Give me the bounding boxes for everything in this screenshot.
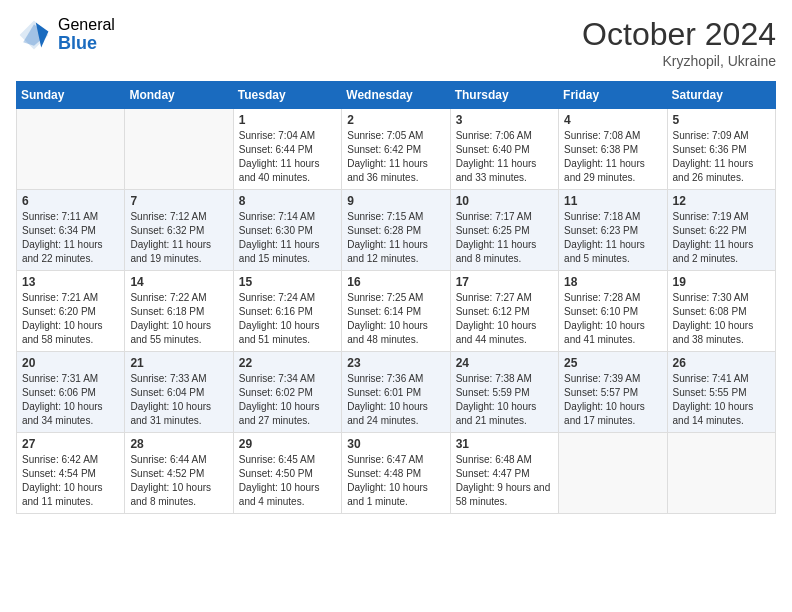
- calendar-cell: 29Sunrise: 6:45 AM Sunset: 4:50 PM Dayli…: [233, 433, 341, 514]
- day-info: Sunrise: 7:15 AM Sunset: 6:28 PM Dayligh…: [347, 210, 444, 266]
- day-number: 9: [347, 194, 444, 208]
- day-number: 6: [22, 194, 119, 208]
- title-block: October 2024 Kryzhopil, Ukraine: [582, 16, 776, 69]
- day-info: Sunrise: 7:19 AM Sunset: 6:22 PM Dayligh…: [673, 210, 770, 266]
- day-number: 19: [673, 275, 770, 289]
- day-info: Sunrise: 7:12 AM Sunset: 6:32 PM Dayligh…: [130, 210, 227, 266]
- day-info: Sunrise: 7:06 AM Sunset: 6:40 PM Dayligh…: [456, 129, 553, 185]
- day-number: 24: [456, 356, 553, 370]
- calendar-week-row: 1Sunrise: 7:04 AM Sunset: 6:44 PM Daylig…: [17, 109, 776, 190]
- day-info: Sunrise: 7:09 AM Sunset: 6:36 PM Dayligh…: [673, 129, 770, 185]
- calendar-header: SundayMondayTuesdayWednesdayThursdayFrid…: [17, 82, 776, 109]
- day-info: Sunrise: 6:44 AM Sunset: 4:52 PM Dayligh…: [130, 453, 227, 509]
- calendar-cell: 19Sunrise: 7:30 AM Sunset: 6:08 PM Dayli…: [667, 271, 775, 352]
- day-info: Sunrise: 7:39 AM Sunset: 5:57 PM Dayligh…: [564, 372, 661, 428]
- day-number: 26: [673, 356, 770, 370]
- page-header: General Blue October 2024 Kryzhopil, Ukr…: [16, 16, 776, 69]
- day-info: Sunrise: 7:30 AM Sunset: 6:08 PM Dayligh…: [673, 291, 770, 347]
- day-info: Sunrise: 7:38 AM Sunset: 5:59 PM Dayligh…: [456, 372, 553, 428]
- weekday-header-row: SundayMondayTuesdayWednesdayThursdayFrid…: [17, 82, 776, 109]
- day-number: 28: [130, 437, 227, 451]
- calendar-cell: 28Sunrise: 6:44 AM Sunset: 4:52 PM Dayli…: [125, 433, 233, 514]
- calendar-cell: 3Sunrise: 7:06 AM Sunset: 6:40 PM Daylig…: [450, 109, 558, 190]
- day-info: Sunrise: 7:27 AM Sunset: 6:12 PM Dayligh…: [456, 291, 553, 347]
- day-info: Sunrise: 6:48 AM Sunset: 4:47 PM Dayligh…: [456, 453, 553, 509]
- calendar-cell: [559, 433, 667, 514]
- calendar-week-row: 13Sunrise: 7:21 AM Sunset: 6:20 PM Dayli…: [17, 271, 776, 352]
- weekday-header-friday: Friday: [559, 82, 667, 109]
- logo-general: General: [58, 16, 115, 34]
- calendar-cell: [17, 109, 125, 190]
- day-number: 1: [239, 113, 336, 127]
- location-subtitle: Kryzhopil, Ukraine: [582, 53, 776, 69]
- day-number: 23: [347, 356, 444, 370]
- day-number: 15: [239, 275, 336, 289]
- day-number: 16: [347, 275, 444, 289]
- day-number: 7: [130, 194, 227, 208]
- day-info: Sunrise: 7:28 AM Sunset: 6:10 PM Dayligh…: [564, 291, 661, 347]
- day-info: Sunrise: 7:36 AM Sunset: 6:01 PM Dayligh…: [347, 372, 444, 428]
- weekday-header-monday: Monday: [125, 82, 233, 109]
- calendar-cell: 10Sunrise: 7:17 AM Sunset: 6:25 PM Dayli…: [450, 190, 558, 271]
- day-info: Sunrise: 7:04 AM Sunset: 6:44 PM Dayligh…: [239, 129, 336, 185]
- day-number: 30: [347, 437, 444, 451]
- calendar-cell: 24Sunrise: 7:38 AM Sunset: 5:59 PM Dayli…: [450, 352, 558, 433]
- calendar-body: 1Sunrise: 7:04 AM Sunset: 6:44 PM Daylig…: [17, 109, 776, 514]
- weekday-header-tuesday: Tuesday: [233, 82, 341, 109]
- calendar-cell: 6Sunrise: 7:11 AM Sunset: 6:34 PM Daylig…: [17, 190, 125, 271]
- day-info: Sunrise: 7:05 AM Sunset: 6:42 PM Dayligh…: [347, 129, 444, 185]
- day-number: 31: [456, 437, 553, 451]
- day-number: 14: [130, 275, 227, 289]
- day-number: 25: [564, 356, 661, 370]
- calendar-cell: 15Sunrise: 7:24 AM Sunset: 6:16 PM Dayli…: [233, 271, 341, 352]
- day-number: 22: [239, 356, 336, 370]
- day-number: 8: [239, 194, 336, 208]
- day-info: Sunrise: 7:31 AM Sunset: 6:06 PM Dayligh…: [22, 372, 119, 428]
- day-number: 2: [347, 113, 444, 127]
- day-info: Sunrise: 7:25 AM Sunset: 6:14 PM Dayligh…: [347, 291, 444, 347]
- day-info: Sunrise: 7:17 AM Sunset: 6:25 PM Dayligh…: [456, 210, 553, 266]
- day-number: 3: [456, 113, 553, 127]
- logo-icon: [16, 17, 52, 53]
- calendar-cell: [667, 433, 775, 514]
- day-info: Sunrise: 7:08 AM Sunset: 6:38 PM Dayligh…: [564, 129, 661, 185]
- day-number: 17: [456, 275, 553, 289]
- day-info: Sunrise: 7:33 AM Sunset: 6:04 PM Dayligh…: [130, 372, 227, 428]
- day-number: 11: [564, 194, 661, 208]
- calendar-cell: 1Sunrise: 7:04 AM Sunset: 6:44 PM Daylig…: [233, 109, 341, 190]
- day-info: Sunrise: 7:34 AM Sunset: 6:02 PM Dayligh…: [239, 372, 336, 428]
- calendar-cell: 30Sunrise: 6:47 AM Sunset: 4:48 PM Dayli…: [342, 433, 450, 514]
- day-info: Sunrise: 7:24 AM Sunset: 6:16 PM Dayligh…: [239, 291, 336, 347]
- day-number: 21: [130, 356, 227, 370]
- month-year-title: October 2024: [582, 16, 776, 53]
- day-info: Sunrise: 7:22 AM Sunset: 6:18 PM Dayligh…: [130, 291, 227, 347]
- calendar-cell: 26Sunrise: 7:41 AM Sunset: 5:55 PM Dayli…: [667, 352, 775, 433]
- calendar-cell: 2Sunrise: 7:05 AM Sunset: 6:42 PM Daylig…: [342, 109, 450, 190]
- calendar-week-row: 6Sunrise: 7:11 AM Sunset: 6:34 PM Daylig…: [17, 190, 776, 271]
- calendar-cell: 22Sunrise: 7:34 AM Sunset: 6:02 PM Dayli…: [233, 352, 341, 433]
- logo-blue: Blue: [58, 34, 115, 54]
- day-info: Sunrise: 7:11 AM Sunset: 6:34 PM Dayligh…: [22, 210, 119, 266]
- calendar-cell: 9Sunrise: 7:15 AM Sunset: 6:28 PM Daylig…: [342, 190, 450, 271]
- calendar-cell: 17Sunrise: 7:27 AM Sunset: 6:12 PM Dayli…: [450, 271, 558, 352]
- calendar-cell: 12Sunrise: 7:19 AM Sunset: 6:22 PM Dayli…: [667, 190, 775, 271]
- day-number: 12: [673, 194, 770, 208]
- calendar-cell: 8Sunrise: 7:14 AM Sunset: 6:30 PM Daylig…: [233, 190, 341, 271]
- calendar-cell: 11Sunrise: 7:18 AM Sunset: 6:23 PM Dayli…: [559, 190, 667, 271]
- calendar-cell: 27Sunrise: 6:42 AM Sunset: 4:54 PM Dayli…: [17, 433, 125, 514]
- calendar-cell: 31Sunrise: 6:48 AM Sunset: 4:47 PM Dayli…: [450, 433, 558, 514]
- day-info: Sunrise: 6:45 AM Sunset: 4:50 PM Dayligh…: [239, 453, 336, 509]
- calendar-cell: 21Sunrise: 7:33 AM Sunset: 6:04 PM Dayli…: [125, 352, 233, 433]
- weekday-header-thursday: Thursday: [450, 82, 558, 109]
- calendar-cell: 20Sunrise: 7:31 AM Sunset: 6:06 PM Dayli…: [17, 352, 125, 433]
- day-number: 13: [22, 275, 119, 289]
- weekday-header-wednesday: Wednesday: [342, 82, 450, 109]
- calendar-week-row: 27Sunrise: 6:42 AM Sunset: 4:54 PM Dayli…: [17, 433, 776, 514]
- weekday-header-saturday: Saturday: [667, 82, 775, 109]
- calendar-cell: 23Sunrise: 7:36 AM Sunset: 6:01 PM Dayli…: [342, 352, 450, 433]
- weekday-header-sunday: Sunday: [17, 82, 125, 109]
- calendar-cell: [125, 109, 233, 190]
- day-info: Sunrise: 7:21 AM Sunset: 6:20 PM Dayligh…: [22, 291, 119, 347]
- day-info: Sunrise: 7:41 AM Sunset: 5:55 PM Dayligh…: [673, 372, 770, 428]
- day-number: 4: [564, 113, 661, 127]
